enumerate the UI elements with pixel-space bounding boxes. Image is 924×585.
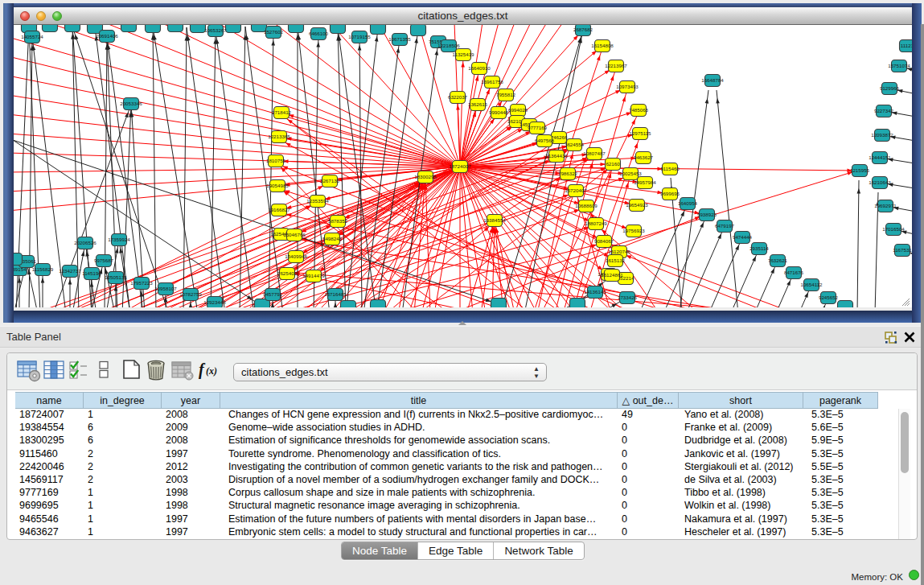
svg-text:16124861: 16124861 [601,272,623,278]
svg-text:12213365: 12213365 [268,134,290,139]
svg-text:f: f [199,360,206,379]
svg-text:6322037: 6322037 [448,94,468,100]
svg-text:19692971: 19692971 [874,203,897,208]
svg-text:3267130: 3267130 [320,178,340,183]
svg-text:19054985: 19054985 [266,183,289,188]
svg-text:9463627: 9463627 [634,154,654,160]
svg-text:7485063: 7485063 [629,107,649,113]
svg-text:11156829: 11156829 [32,266,54,272]
svg-text:17359924: 17359924 [108,237,130,242]
svg-text:14914479: 14914479 [302,273,325,278]
svg-text:17016504: 17016504 [882,226,905,232]
svg-text:18724007: 18724007 [449,163,471,169]
svg-text:10958107: 10958107 [154,286,177,291]
svg-text:18807249: 18807249 [585,220,607,226]
svg-text:12218506: 12218506 [437,43,460,48]
svg-text:12505135: 12505135 [105,274,127,280]
svg-text:9245652: 9245652 [819,295,839,300]
svg-text:3624554: 3624554 [565,142,585,147]
svg-text:9227342: 9227342 [874,108,894,113]
svg-text:19654923: 19654923 [626,202,648,208]
svg-text:5498242: 5498242 [322,236,343,241]
svg-text:9699695: 9699695 [660,191,680,196]
svg-text:20691406: 20691406 [96,33,118,39]
svg-text:13716485: 13716485 [324,291,347,297]
svg-text:15409948: 15409948 [285,253,307,259]
svg-text:16648784: 16648784 [701,77,724,83]
svg-text:6994028: 6994028 [508,107,528,113]
svg-text:20053346: 20053346 [120,101,142,106]
svg-text:12975115: 12975115 [629,130,651,136]
svg-text:1640954: 1640954 [678,200,698,206]
svg-text:10654112: 10654112 [800,282,823,287]
svg-text:9129966: 9129966 [880,85,900,91]
svg-text:10025453: 10025453 [619,171,642,176]
svg-text:9115460: 9115460 [660,166,680,171]
svg-text:2718412: 2718412 [272,109,292,115]
svg-text:1145194: 1145194 [82,270,101,276]
svg-text:12213967: 12213967 [605,63,627,68]
svg-text:20206526: 20206526 [74,240,97,245]
svg-text:9457791: 9457791 [263,291,283,297]
svg-text:15046766: 15046766 [283,232,306,237]
svg-text:19384554: 19384554 [483,217,506,223]
svg-text:7632621: 7632621 [768,257,788,263]
svg-text:5938923: 5938923 [697,212,717,217]
svg-text:12444151: 12444151 [869,154,891,160]
svg-text:1167531: 1167531 [893,247,912,253]
svg-text:16210643: 16210643 [869,179,891,185]
svg-text:1615132: 1615132 [606,257,626,263]
svg-text:5878352: 5878352 [328,218,348,224]
svg-text:15751074: 15751074 [888,63,910,68]
svg-text:16961758: 16961758 [481,79,503,84]
svg-text:11325419: 11325419 [452,51,474,57]
svg-text:10719155: 10719155 [348,34,371,39]
svg-text:1527602: 1527602 [264,29,284,35]
svg-text:1810755: 1810755 [266,158,286,163]
svg-text:16120746: 16120746 [608,249,630,254]
svg-text:1215955: 1215955 [850,167,870,173]
svg-text:10973493: 10973493 [616,84,639,89]
svg-text:11121: 11121 [901,43,912,48]
svg-text:12353594: 12353594 [306,198,329,204]
svg-text:15720407: 15720407 [565,187,587,193]
svg-text:9474444: 9474444 [733,234,753,240]
svg-text:2687682: 2687682 [573,27,593,32]
svg-text:1362615: 1362615 [468,101,488,107]
svg-text:12093872: 12093872 [871,132,893,138]
svg-text:16154808: 16154808 [591,43,614,48]
svg-text:7986322: 7986322 [558,171,578,176]
svg-text:10671355: 10671355 [388,36,411,42]
svg-text:10782759: 10782759 [179,291,202,297]
svg-text:(x): (x) [206,365,217,377]
svg-text:9975687: 9975687 [94,257,114,263]
svg-text:21364436: 21364436 [545,153,568,159]
svg-text:14136141: 14136141 [584,289,606,295]
svg-text:10807487: 10807487 [583,150,606,156]
svg-text:10653267: 10653267 [204,27,227,33]
svg-text:14957984: 14957984 [634,179,656,185]
svg-text:1733426: 1733426 [618,295,638,300]
svg-text:16640910: 16640910 [468,65,491,71]
svg-text:19756923: 19756923 [622,228,645,233]
svg-text:2935114: 2935114 [749,245,769,251]
svg-text:19166827: 19166827 [268,207,290,212]
svg-text:6497568: 6497568 [535,138,555,143]
svg-text:7955812: 7955812 [496,92,516,97]
svg-text:12342737: 12342737 [59,268,81,274]
svg-text:17957223: 17957223 [130,280,153,286]
svg-text:10688609: 10688609 [575,203,598,208]
svg-text:9084067: 9084067 [594,238,614,244]
svg-text:6466100: 6466100 [309,31,329,36]
svg-text:9990448: 9990448 [489,109,509,115]
svg-text:7625402: 7625402 [277,270,298,276]
svg-text:18300295: 18300295 [414,174,437,179]
svg-text:6479197: 6479197 [715,223,735,229]
svg-text:62160: 62160 [606,161,620,167]
svg-text:9777169: 9777169 [528,125,548,130]
svg-text:14055724: 14055724 [21,34,43,39]
svg-text:12923448: 12923448 [203,299,226,305]
svg-text:8471676: 8471676 [784,270,804,275]
